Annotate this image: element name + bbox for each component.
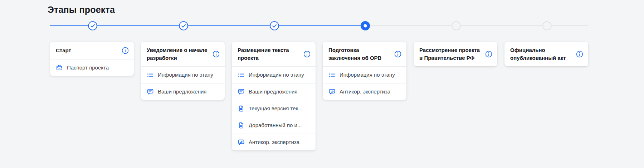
message-icon xyxy=(238,88,245,95)
stage-item-label: Антикор. экспертиза xyxy=(249,139,299,146)
stage-card-4: Подготовка заключения об ОРВИнформация п… xyxy=(323,42,406,100)
stage-item[interactable]: Паспорт проекта xyxy=(50,59,134,76)
page-title: Этапы проекта xyxy=(0,0,644,18)
stage-item[interactable]: Антикор. экспертиза xyxy=(323,83,406,100)
step-government-review-node-upcoming xyxy=(452,21,461,30)
edit-bubble-icon xyxy=(328,88,336,95)
stage-item[interactable]: Ваши предложения xyxy=(141,83,225,100)
briefcase-icon xyxy=(56,64,63,71)
stages-board: СтартПаспорт проектаУведомление о начале… xyxy=(50,18,588,150)
list-icon xyxy=(147,71,154,78)
step-text-placement-node-completed xyxy=(270,21,279,30)
stepper-line-upcoming xyxy=(365,25,588,26)
stage-card-header: Официально опубликованный акт xyxy=(504,42,588,66)
info-icon[interactable] xyxy=(485,51,492,58)
stage-item[interactable]: Информация по этапу xyxy=(323,66,406,83)
stepper xyxy=(50,18,588,42)
list-icon xyxy=(238,71,245,78)
info-icon[interactable] xyxy=(303,51,311,58)
document-icon xyxy=(238,122,245,129)
document-icon xyxy=(238,105,245,112)
stage-title: Старт xyxy=(56,47,71,54)
stage-card-header: Размещение текста проекта xyxy=(232,42,316,66)
stage-card-header: Уведомление о начале разработки xyxy=(141,42,225,66)
stage-title: Официально опубликованный акт xyxy=(510,46,573,62)
step-development-notice-node-completed xyxy=(179,21,188,30)
stage-title: Подготовка заключения об ОРВ xyxy=(328,46,391,62)
stage-item[interactable]: Текущая версия тек... xyxy=(232,100,316,117)
stage-item[interactable]: Информация по этапу xyxy=(232,66,316,83)
stage-card-header: Старт xyxy=(50,42,134,59)
message-icon xyxy=(147,88,154,95)
stage-item-label: Информация по этапу xyxy=(249,71,304,78)
stage-item[interactable]: Антикор. экспертиза xyxy=(232,134,316,150)
stage-item[interactable]: Доработанный по и... xyxy=(232,117,316,134)
stage-item-label: Ваши предложения xyxy=(158,88,206,95)
stage-title: Размещение текста проекта xyxy=(238,46,301,62)
stage-card-header: Рассмотрение проекта в Правительстве РФ xyxy=(414,42,497,66)
info-icon[interactable] xyxy=(576,51,583,58)
info-icon[interactable] xyxy=(394,51,401,58)
stage-title: Рассмотрение проекта в Правительстве РФ xyxy=(419,46,482,62)
info-icon[interactable] xyxy=(122,47,129,54)
stage-item-label: Паспорт проекта xyxy=(67,64,109,71)
stage-item-label: Текущая версия тек... xyxy=(249,105,303,112)
info-icon[interactable] xyxy=(213,51,220,58)
list-icon xyxy=(328,71,336,78)
step-start-node-completed xyxy=(88,21,97,30)
stage-card-1: СтартПаспорт проекта xyxy=(50,42,134,76)
stage-title: Уведомление о начале разработки xyxy=(147,46,210,62)
stepper-line-completed xyxy=(50,25,365,26)
stage-item[interactable]: Ваши предложения xyxy=(232,83,316,100)
stage-card-2: Уведомление о начале разработкиИнформаци… xyxy=(141,42,225,100)
stage-item[interactable]: Информация по этапу xyxy=(141,66,225,83)
stage-cards: СтартПаспорт проектаУведомление о начале… xyxy=(50,42,588,150)
step-published-act-node-upcoming xyxy=(542,21,552,30)
stage-card-5: Рассмотрение проекта в Правительстве РФ xyxy=(414,42,497,66)
step-orv-conclusion-node-current xyxy=(361,21,370,30)
edit-bubble-icon xyxy=(238,139,245,146)
stage-item-label: Ваши предложения xyxy=(249,88,297,95)
stage-item-label: Доработанный по и... xyxy=(249,122,302,129)
stage-card-6: Официально опубликованный акт xyxy=(504,42,588,66)
stage-item-label: Информация по этапу xyxy=(340,71,395,78)
stage-item-label: Информация по этапу xyxy=(158,71,213,78)
stage-card-3: Размещение текста проектаИнформация по э… xyxy=(232,42,316,150)
stage-item-label: Антикор. экспертиза xyxy=(340,88,390,95)
stage-card-header: Подготовка заключения об ОРВ xyxy=(323,42,406,66)
